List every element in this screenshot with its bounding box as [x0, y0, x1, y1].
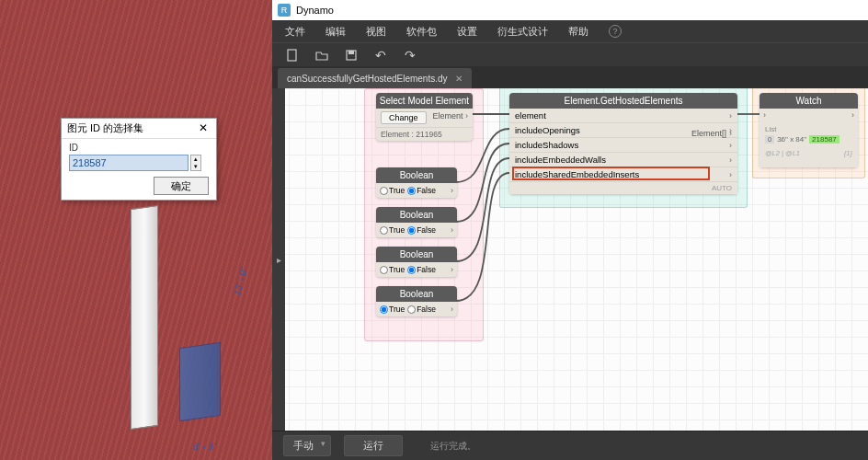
radio-false[interactable]: False [407, 265, 436, 274]
selected-element-value: Element : 211965 [376, 127, 473, 141]
status-text: 运行完成。 [430, 440, 476, 453]
watch-count: {1} [844, 149, 852, 157]
dynamo-logo-icon: R [278, 4, 291, 17]
dimension-horizontal: 3' - 9" [193, 442, 216, 452]
id-input[interactable] [69, 155, 188, 171]
library-panel-collapsed[interactable]: ▸ [272, 88, 285, 431]
open-icon[interactable] [314, 49, 329, 62]
ok-button[interactable]: 确定 [154, 177, 209, 195]
input-port-include-embedded-walls[interactable]: includeEmbeddedWalls› [509, 153, 737, 167]
dynamo-statusbar: 手动 运行 运行完成。 [272, 431, 868, 460]
close-icon[interactable]: ✕ [196, 121, 211, 136]
input-port-include-shadows[interactable]: includeShadows› [509, 138, 737, 153]
node-boolean-3[interactable]: Boolean True False › [376, 247, 457, 277]
tab-current[interactable]: canSuccessfullyGetHostedElements.dy ✕ [278, 68, 472, 88]
menu-file[interactable]: 文件 [285, 25, 305, 39]
node-boolean-2[interactable]: Boolean True False › [376, 207, 457, 237]
watch-list-label: List [765, 125, 852, 133]
door-geometry-small[interactable] [179, 342, 221, 421]
run-mode-select[interactable]: 手动 [283, 435, 331, 456]
node-header: Watch [760, 93, 858, 109]
dynamo-menubar: 文件 编辑 视图 软件包 设置 衍生式设计 帮助 ? [272, 20, 868, 42]
undo-icon[interactable]: ↶ [373, 49, 388, 62]
revit-3d-view: 13' - 0" 3' - 9" [0, 0, 272, 460]
output-port-element[interactable]: Element › [432, 111, 468, 121]
output-port[interactable]: › [451, 305, 453, 314]
menu-edit[interactable]: 编辑 [326, 25, 346, 39]
watch-levels: @L2 | @L1 [765, 149, 800, 157]
watch-item-text: 36" x 84" [777, 135, 806, 144]
dynamo-titlebar[interactable]: R Dynamo [272, 0, 868, 20]
output-port[interactable]: › [451, 265, 453, 274]
new-file-icon[interactable] [285, 49, 300, 62]
node-select-model-element[interactable]: Select Model Element Change Element › El… [376, 93, 473, 141]
node-boolean-4[interactable]: Boolean True False › [376, 286, 457, 316]
node-header: Select Model Element [376, 93, 473, 109]
dynamo-canvas[interactable]: ▸ Select Model Element Change Element › … [272, 88, 868, 431]
watch-ports[interactable]: ›› [760, 109, 858, 121]
node-watch[interactable]: Watch ›› List 0 36" x 84" 218587 @L2 | @… [760, 93, 858, 167]
dynamo-toolbar: ↶ ↷ [272, 42, 868, 66]
input-port-include-shared-embedded-inserts[interactable]: includeSharedEmbeddedInserts› [509, 167, 737, 182]
menu-settings[interactable]: 设置 [457, 25, 477, 39]
door-geometry-large[interactable] [131, 205, 158, 430]
radio-true[interactable]: True [380, 225, 405, 235]
watch-item-id[interactable]: 218587 [809, 135, 839, 144]
output-port[interactable]: › [451, 186, 453, 195]
svg-rect-0 [288, 50, 296, 61]
dialog-title: 图元 ID 的选择集 [67, 121, 143, 135]
node-header: Boolean [376, 167, 457, 183]
input-port-element[interactable]: element› [509, 109, 737, 123]
tab-label: canSuccessfullyGetHostedElements.dy [287, 74, 448, 84]
radio-true[interactable]: True [380, 305, 405, 314]
menu-packages[interactable]: 软件包 [406, 25, 437, 39]
output-port[interactable]: › [451, 225, 453, 235]
menu-generative[interactable]: 衍生式设计 [497, 25, 548, 39]
watch-item-0[interactable]: 0 36" x 84" 218587 [765, 135, 852, 144]
lacing-auto-label: AUTO [509, 182, 737, 194]
dynamo-tabstrip: canSuccessfullyGetHostedElements.dy ✕ [272, 66, 868, 88]
tab-close-icon[interactable]: ✕ [455, 74, 463, 84]
run-button[interactable]: 运行 [344, 435, 403, 456]
node-header: Element.GetHostedElements [509, 93, 737, 109]
dynamo-app: R Dynamo 文件 编辑 视图 软件包 设置 衍生式设计 帮助 ? ↶ ↷ … [272, 0, 868, 460]
redo-icon[interactable]: ↷ [403, 49, 417, 62]
radio-true[interactable]: True [380, 265, 405, 274]
node-get-hosted-elements[interactable]: Element.GetHostedElements Element[] › el… [509, 93, 737, 194]
id-selection-dialog: 图元 ID 的选择集 ✕ ID ▴▾ 确定 [61, 118, 217, 201]
menu-view[interactable]: 视图 [366, 25, 386, 39]
dynamo-title: Dynamo [296, 5, 334, 16]
dialog-titlebar[interactable]: 图元 ID 的选择集 ✕ [62, 119, 216, 139]
node-header: Boolean [376, 207, 457, 223]
node-boolean-1[interactable]: Boolean True False › [376, 167, 457, 198]
id-field-label: ID [69, 143, 209, 153]
change-button[interactable]: Change [381, 111, 427, 124]
radio-false[interactable]: False [407, 305, 436, 314]
svg-rect-2 [348, 51, 354, 54]
node-header: Boolean [376, 286, 457, 302]
menu-help[interactable]: 帮助 [568, 25, 588, 39]
radio-false[interactable]: False [407, 225, 436, 235]
watch-item-index: 0 [765, 135, 774, 144]
output-port-elements[interactable]: Element[] › [691, 129, 732, 138]
chevron-right-icon: ▸ [277, 255, 281, 265]
id-spinner[interactable]: ▴▾ [190, 155, 201, 171]
node-header: Boolean [376, 247, 457, 262]
radio-false[interactable]: False [407, 186, 436, 195]
radio-true[interactable]: True [380, 186, 405, 195]
help-icon[interactable]: ? [609, 25, 622, 38]
save-icon[interactable] [344, 49, 359, 62]
